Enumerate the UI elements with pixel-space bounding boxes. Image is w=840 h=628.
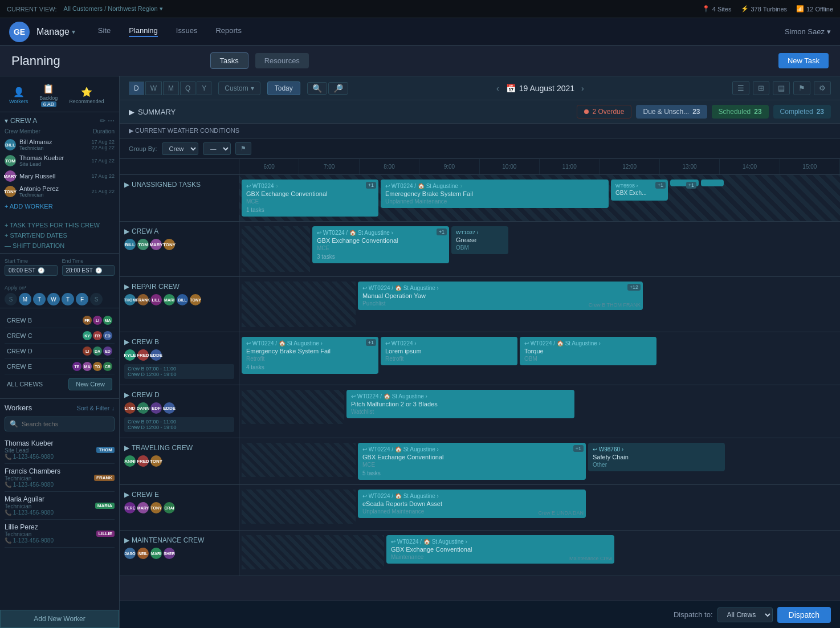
search-input[interactable] xyxy=(22,421,109,427)
thomas-worker-name: Thomas Kueber xyxy=(5,439,54,447)
resources-tab[interactable]: Resources xyxy=(255,53,309,68)
maintenance-task-1[interactable]: ↩ WT0224 / 🏠 St Augustine › GBX Exchange… xyxy=(386,535,614,564)
overdue-badge[interactable]: 2 Overdue xyxy=(577,105,631,119)
scheduled-badge[interactable]: Scheduled 23 xyxy=(712,105,769,119)
tasks-tab[interactable]: Tasks xyxy=(210,52,248,69)
edit-crew-a-btn[interactable]: ✏ xyxy=(100,117,105,125)
crew-e-task-1[interactable]: ↩ WT0224 / 🏠 St Augustine › eScada Repor… xyxy=(358,490,586,518)
crew-b-task-2[interactable]: ↩ WT0224 › Lorem ipsum Retrofit xyxy=(381,337,517,365)
lillie-worker-name: Lillie Perez xyxy=(5,523,54,531)
crew-b-list-item[interactable]: CREW B FR LI MA xyxy=(5,313,115,328)
day-wed[interactable]: W xyxy=(47,293,60,305)
sort-filter-btn[interactable]: Sort & Filter ↓ xyxy=(76,405,115,411)
day-fri[interactable]: F xyxy=(76,293,88,305)
new-crew-button[interactable]: New Crew xyxy=(68,378,112,390)
group-by-secondary-select[interactable]: — xyxy=(203,142,231,155)
group-by-select[interactable]: Crew xyxy=(162,142,198,155)
next-date-btn[interactable]: › xyxy=(581,84,584,93)
settings-btn[interactable]: ⚙ xyxy=(814,81,831,95)
unassigned-task-3[interactable]: WT6598 › GBX Exch... +1 xyxy=(611,180,668,201)
crew-a-tom-avatar: TOM xyxy=(137,239,149,250)
sidebar: 👤 Workers 📋 Backlog 6 AB ⭐ Recommended xyxy=(0,76,120,628)
day-mon[interactable]: M xyxy=(19,293,31,305)
all-crews-label[interactable]: ALL CREWS xyxy=(7,381,43,388)
nav-planning[interactable]: Planning xyxy=(129,26,158,37)
add-worker-btn[interactable]: + ADD WORKER xyxy=(5,199,115,213)
nav-reports[interactable]: Reports xyxy=(215,26,242,37)
month-view-btn[interactable]: M xyxy=(163,81,179,95)
crew-a-task-2[interactable]: WT1037 › Grease OBM xyxy=(451,226,508,254)
crew-b-task-1[interactable]: ↩ WT0224 / 🏠 St Augustine › Emergency Br… xyxy=(242,337,378,374)
tony-r-avatar: TONY xyxy=(190,294,201,305)
backlog-tab[interactable]: 📋 Backlog 6 AB xyxy=(35,81,62,109)
crew-b-task-3[interactable]: ↩ WT0224 / 🏠 St Augustine › Torque OBM xyxy=(520,337,656,365)
custom-view-btn[interactable]: Custom ▾ xyxy=(218,81,260,95)
crew-d-list-item[interactable]: CREW D LI DA ED xyxy=(5,344,115,359)
edde-mini-avatar: ED xyxy=(103,331,112,340)
unassigned-task-1[interactable]: ↩ WT0224 › GBX Exchange Conventional MCE… xyxy=(242,180,378,217)
unassigned-task-2[interactable]: ↩ WT0224 / 🏠 St Augustine › Emeregency B… xyxy=(381,180,609,208)
grid-view-btn[interactable]: ⊞ xyxy=(753,81,769,95)
nav-issues[interactable]: Issues xyxy=(176,26,198,37)
day-tue[interactable]: T xyxy=(33,293,46,305)
member-mary[interactable]: MARY Mary Russell 17 Aug 22 xyxy=(5,169,115,183)
end-time-field: End Time 20:00 EST 🕗 xyxy=(62,258,115,276)
dispatch-button[interactable]: Dispatch xyxy=(777,607,831,623)
customer-label[interactable]: All Customers xyxy=(64,5,103,12)
quarter-view-btn[interactable]: Q xyxy=(180,81,195,95)
traveling-task-1[interactable]: ↩ WT0224 / 🏠 St Augustine › GBX Exchange… xyxy=(358,443,586,480)
user-area[interactable]: Simon Saez ▾ xyxy=(785,27,831,36)
day-view-btn[interactable]: D xyxy=(129,81,144,95)
maria-r-avatar: MARI xyxy=(164,294,175,305)
zoom-out-btn[interactable]: 🔍 xyxy=(307,82,327,95)
worker-maria[interactable]: Maria Aguilar Technician 📞 1-123-456-908… xyxy=(5,492,115,520)
group-filter-btn[interactable]: ⚑ xyxy=(235,142,251,155)
start-time-input[interactable]: 08:00 EST 🕗 xyxy=(5,265,58,276)
summary-bar: ▶ SUMMARY 2 Overdue Due & Unsch... 23 Sc… xyxy=(120,100,840,124)
day-sun[interactable]: S xyxy=(5,293,17,305)
day-sat[interactable]: S xyxy=(90,293,103,305)
start-end-dates-btn[interactable]: + START/END DATES xyxy=(5,230,115,240)
unassigned-task-5[interactable] xyxy=(701,180,724,186)
dispatch-select[interactable]: All Crews xyxy=(717,607,773,622)
gantt-view-btn[interactable]: ▤ xyxy=(773,81,790,95)
shift-duration-btn[interactable]: — SHIFT DURATION xyxy=(5,240,115,251)
worker-lillie[interactable]: Lillie Perez Technician 📞 1-123-456-9080… xyxy=(5,520,115,548)
more-crew-a-btn[interactable]: ⋯ xyxy=(108,117,115,125)
year-view-btn[interactable]: Y xyxy=(197,81,211,95)
today-btn[interactable]: Today xyxy=(267,81,300,95)
worker-thomas[interactable]: Thomas Kueber Site Lead 📞 1-123-456-9080… xyxy=(5,436,115,464)
crew-e-list-item[interactable]: CREW E TE MA TO CR xyxy=(5,359,115,374)
end-time-input[interactable]: 20:00 EST 🕗 xyxy=(62,265,115,276)
recommended-tab[interactable]: ⭐ Recommended xyxy=(64,84,108,107)
traveling-task-2[interactable]: ↩ W98760 › Safety Chain Other xyxy=(588,443,725,471)
zoom-in-btn[interactable]: 🔎 xyxy=(328,82,348,95)
search-box[interactable]: 🔍 xyxy=(5,417,115,431)
region-label[interactable]: Northwest Region xyxy=(108,5,157,12)
repair-task-1[interactable]: ↩ WT0224 / 🏠 St Augustine › Manual Opera… xyxy=(358,282,643,310)
workers-tab[interactable]: 👤 Workers xyxy=(5,84,32,107)
day-thu[interactable]: T xyxy=(62,293,74,305)
worker-francis[interactable]: Francis Chambers Technician 📞 1-123-456-… xyxy=(5,464,115,492)
shift-duration-section: Start Time 08:00 EST 🕗 End Time 20:00 ES… xyxy=(0,253,119,283)
due-badge[interactable]: Due & Unsch... 23 xyxy=(636,105,707,119)
crew-c-list-item[interactable]: CREW C KY FR ED xyxy=(5,328,115,344)
week-view-btn[interactable]: W xyxy=(145,81,162,95)
filter-btn[interactable]: ⚑ xyxy=(793,81,810,95)
unassigned-task-4[interactable]: +1 xyxy=(670,180,699,186)
member-bill[interactable]: BILL Bill Almaraz Technician 17 Aug 2222… xyxy=(5,137,115,153)
nav-site[interactable]: Site xyxy=(98,26,111,37)
list-view-btn[interactable]: ☰ xyxy=(732,81,749,95)
task-types-btn[interactable]: + TASK TYPES FOR THIS CREW xyxy=(5,220,115,230)
add-new-worker-button[interactable]: Add New Worker xyxy=(0,610,119,628)
crew-a-task-1[interactable]: ↩ WT0224 / 🏠 St Augustine › GBX Exchange… xyxy=(312,226,449,263)
crew-e-avatars: TE MA TO CR xyxy=(72,362,112,371)
completed-badge[interactable]: Completed 23 xyxy=(773,105,831,119)
new-task-button[interactable]: New Task xyxy=(778,53,829,68)
prev-date-btn[interactable]: ‹ xyxy=(496,84,499,93)
custom-chevron-icon: ▾ xyxy=(251,84,254,92)
workers-tab-label: Workers xyxy=(9,99,28,104)
crew-d-task-1[interactable]: ↩ WT0224 / 🏠 St Augustine › Pitch Malfun… xyxy=(346,390,574,418)
member-antonio[interactable]: TONY Antonio Perez Technician 21 Aug 22 xyxy=(5,183,115,199)
member-thomas[interactable]: TOM Thomas Kueber Site Lead 17 Aug 22 xyxy=(5,153,115,169)
